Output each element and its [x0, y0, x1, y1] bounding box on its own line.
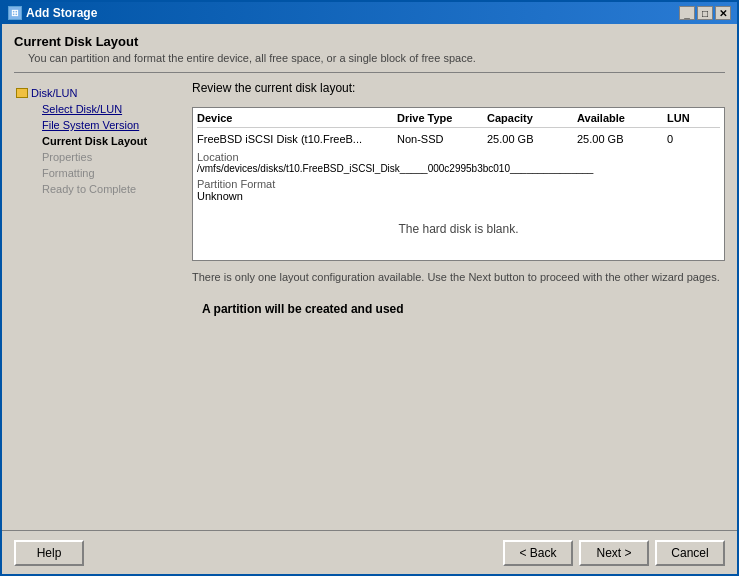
location-label: Location: [197, 151, 720, 163]
window-title: Add Storage: [26, 6, 97, 20]
page-description: You can partition and format the entire …: [14, 52, 725, 64]
sidebar-item-formatting: Formatting: [14, 165, 184, 181]
back-button[interactable]: < Back: [503, 540, 573, 566]
titlebar-controls: _ □ ✕: [679, 6, 731, 20]
window-icon: ⊞: [8, 6, 22, 20]
sidebar-item-current-disk: Current Disk Layout: [14, 133, 184, 149]
partition-note: A partition will be created and used: [192, 302, 725, 316]
page-title: Current Disk Layout: [14, 34, 725, 49]
partition-format-label: Partition Format: [197, 178, 720, 190]
sidebar-item-file-system[interactable]: File System Version: [14, 117, 184, 133]
disk-table-header: Device Drive Type Capacity Available LUN: [197, 112, 720, 128]
row-capacity: 25.00 GB: [487, 133, 577, 145]
sidebar-item-current-disk-label: Current Disk Layout: [42, 135, 147, 147]
maximize-button[interactable]: □: [697, 6, 713, 20]
header-section: Current Disk Layout You can partition an…: [14, 34, 725, 73]
bottom-bar: Help < Back Next > Cancel: [2, 530, 737, 574]
cancel-button[interactable]: Cancel: [655, 540, 725, 566]
next-button[interactable]: Next >: [579, 540, 649, 566]
sidebar-item-properties: Properties: [14, 149, 184, 165]
sidebar-item-formatting-label: Formatting: [42, 167, 95, 179]
sidebar-item-select-disk[interactable]: Select Disk/LUN: [14, 101, 184, 117]
col-available: Available: [577, 112, 667, 124]
row-available: 25.00 GB: [577, 133, 667, 145]
col-drive-type: Drive Type: [397, 112, 487, 124]
close-button[interactable]: ✕: [715, 6, 731, 20]
bottom-right-buttons: < Back Next > Cancel: [503, 540, 725, 566]
right-panel: Review the current disk layout: Device D…: [192, 81, 725, 524]
disk-table-row[interactable]: FreeBSD iSCSI Disk (t10.FreeB... Non-SSD…: [197, 131, 720, 147]
row-device: FreeBSD iSCSI Disk (t10.FreeB...: [197, 133, 397, 145]
col-capacity: Capacity: [487, 112, 577, 124]
help-button[interactable]: Help: [14, 540, 84, 566]
col-lun: LUN: [667, 112, 717, 124]
sidebar-item-ready-label: Ready to Complete: [42, 183, 136, 195]
info-text: There is only one layout configuration a…: [192, 269, 725, 286]
row-drive-type: Non-SSD: [397, 133, 487, 145]
sidebar-item-file-system-label: File System Version: [42, 119, 139, 131]
sidebar-item-disk-lun[interactable]: Disk/LUN: [14, 85, 184, 101]
sidebar-item-disk-lun-label: Disk/LUN: [31, 87, 77, 99]
row-lun: 0: [667, 133, 717, 145]
titlebar: ⊞ Add Storage _ □ ✕: [2, 2, 737, 24]
location-value: /vmfs/devices/disks/t10.FreeBSD_iSCSI_Di…: [197, 163, 720, 174]
sidebar-item-properties-label: Properties: [42, 151, 92, 163]
blank-message: The hard disk is blank.: [197, 202, 720, 256]
content-area: Current Disk Layout You can partition an…: [2, 24, 737, 530]
folder-icon: [16, 88, 28, 98]
sidebar-item-select-disk-label: Select Disk/LUN: [42, 103, 122, 115]
sidebar: Disk/LUN Select Disk/LUN File System Ver…: [14, 81, 184, 524]
col-device: Device: [197, 112, 397, 124]
main-body: Disk/LUN Select Disk/LUN File System Ver…: [14, 81, 725, 524]
add-storage-window: ⊞ Add Storage _ □ ✕ Current Disk Layout …: [0, 0, 739, 576]
titlebar-left: ⊞ Add Storage: [8, 6, 97, 20]
partition-format-value: Unknown: [197, 190, 720, 202]
minimize-button[interactable]: _: [679, 6, 695, 20]
disk-table: Device Drive Type Capacity Available LUN…: [192, 107, 725, 261]
sidebar-item-ready: Ready to Complete: [14, 181, 184, 197]
review-label: Review the current disk layout:: [192, 81, 725, 95]
